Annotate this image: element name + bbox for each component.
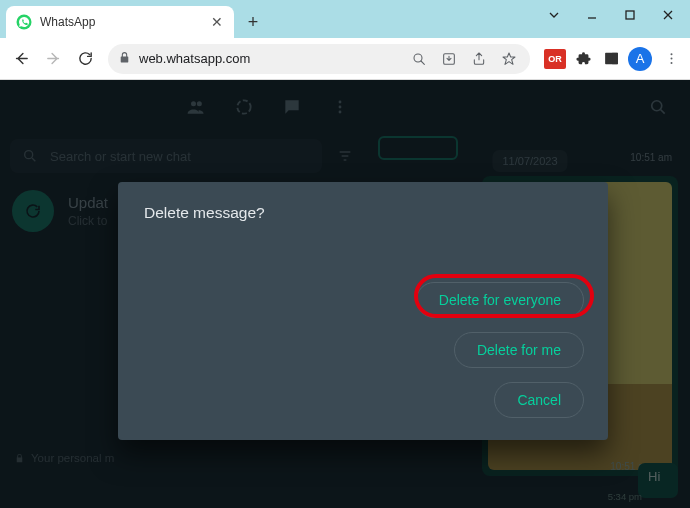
dialog-title: Delete message? — [144, 204, 582, 222]
side-panel-icon[interactable] — [600, 48, 622, 70]
delete-message-dialog: Delete message? Delete for everyone Dele… — [118, 182, 608, 440]
svg-point-8 — [670, 62, 672, 64]
window-close-icon[interactable] — [650, 2, 686, 28]
delete-for-me-button[interactable]: Delete for me — [454, 332, 584, 368]
new-tab-button[interactable]: + — [240, 9, 266, 35]
browser-menu-icon[interactable] — [660, 48, 682, 70]
svg-point-6 — [670, 53, 672, 55]
nav-back-icon[interactable] — [8, 46, 34, 72]
lock-icon — [118, 50, 131, 68]
window-minimize-icon[interactable] — [574, 2, 610, 28]
browser-toolbar: web.whatsapp.com OR A — [0, 38, 690, 80]
install-app-icon[interactable] — [438, 48, 460, 70]
bookmark-star-icon[interactable] — [498, 48, 520, 70]
whatsapp-favicon-icon — [16, 14, 32, 30]
dialog-actions: Delete for everyone Delete for me Cancel — [416, 282, 584, 418]
nav-forward-icon[interactable] — [40, 46, 66, 72]
share-icon[interactable] — [468, 48, 490, 70]
delete-for-everyone-button[interactable]: Delete for everyone — [416, 282, 584, 318]
extensions-group: OR A — [544, 47, 682, 71]
nav-reload-icon[interactable] — [72, 46, 98, 72]
avatar-letter: A — [636, 51, 645, 66]
browser-tab[interactable]: WhatsApp ✕ — [6, 6, 234, 38]
omnibox-search-icon[interactable] — [408, 48, 430, 70]
svg-rect-1 — [626, 11, 634, 19]
tab-title: WhatsApp — [40, 15, 202, 29]
svg-point-7 — [670, 58, 672, 60]
cancel-button[interactable]: Cancel — [494, 382, 584, 418]
window-controls — [536, 2, 686, 28]
whatsapp-app: Search or start new chat Updat Click to … — [0, 80, 690, 508]
window-maximize-icon[interactable] — [612, 2, 648, 28]
profile-avatar[interactable]: A — [628, 47, 652, 71]
tab-close-icon[interactable]: ✕ — [210, 15, 224, 29]
tab-dropdown-icon[interactable] — [536, 2, 572, 28]
address-bar[interactable]: web.whatsapp.com — [108, 44, 530, 74]
extensions-puzzle-icon[interactable] — [572, 48, 594, 70]
url-text: web.whatsapp.com — [139, 51, 400, 66]
svg-rect-5 — [612, 53, 618, 64]
extension-or-badge[interactable]: OR — [544, 49, 566, 69]
window-titlebar: WhatsApp ✕ + — [0, 0, 690, 38]
